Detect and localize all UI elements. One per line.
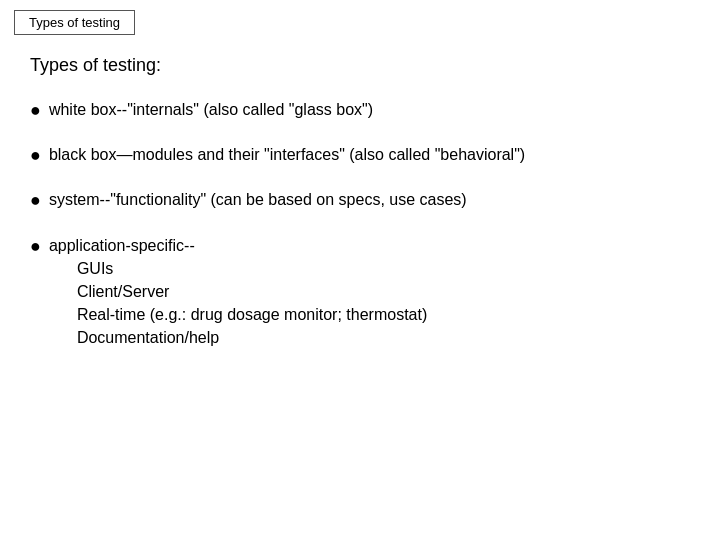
bullet-text-black-box: black box—modules and their "interfaces"… [49, 143, 525, 166]
content-area: Types of testing: ●white box--"internals… [0, 45, 720, 390]
bullet-item-application-specific: ●application-specific--GUIsClient/Server… [30, 234, 690, 350]
bullet-dot: ● [30, 143, 41, 168]
sub-list-item: Client/Server [49, 280, 427, 303]
tab-types-of-testing[interactable]: Types of testing [14, 10, 135, 35]
main-heading: Types of testing: [30, 55, 690, 76]
bullet-text-system: system--"functionality" (can be based on… [49, 188, 467, 211]
sub-list-item: GUIs [49, 257, 427, 280]
bullet-text-application-specific: application-specific--GUIsClient/ServerR… [49, 234, 427, 350]
bullet-item-system: ●system--"functionality" (can be based o… [30, 188, 690, 213]
sub-list-item: Real-time (e.g.: drug dosage monitor; th… [49, 303, 427, 326]
bullet-text-white-box: white box--"internals" (also called "gla… [49, 98, 373, 121]
bullet-dot: ● [30, 188, 41, 213]
sub-list-item: Documentation/help [49, 326, 427, 349]
bullets-container: ●white box--"internals" (also called "gl… [30, 98, 690, 350]
bullet-dot: ● [30, 234, 41, 259]
bullet-item-black-box: ●black box—modules and their "interfaces… [30, 143, 690, 168]
bullet-item-white-box: ●white box--"internals" (also called "gl… [30, 98, 690, 123]
sub-list-application-specific: GUIsClient/ServerReal-time (e.g.: drug d… [49, 257, 427, 350]
bullet-dot: ● [30, 98, 41, 123]
